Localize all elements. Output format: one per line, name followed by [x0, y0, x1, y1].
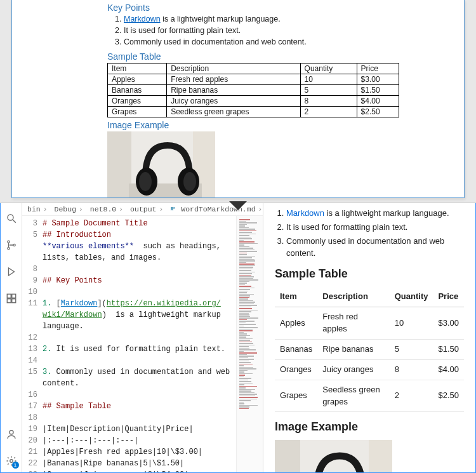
- list-item-text: is a lightweight markup language.: [161, 15, 281, 23]
- svg-marker-13: [8, 268, 14, 276]
- accounts-icon[interactable]: [5, 428, 18, 441]
- svg-rect-17: [11, 294, 15, 298]
- table-row: OrangesJuicy oranges8$4.00: [275, 359, 464, 380]
- table-row: ApplesFresh red apples10$3.00: [108, 74, 399, 84]
- table-row: BananasRipe bananas5$1.50: [108, 84, 399, 95]
- svg-rect-16: [11, 299, 15, 303]
- crumb-seg[interactable]: Debug: [55, 205, 77, 213]
- settings-gear-icon[interactable]: 1: [5, 455, 18, 467]
- run-debug-icon[interactable]: [5, 265, 18, 278]
- svg-point-7: [183, 172, 196, 191]
- code-area[interactable]: 35 891011 12131415 161718192021222324252…: [22, 216, 263, 472]
- svg-point-5: [139, 172, 152, 191]
- vscode-window: 1 bin› Debug› net8.0› output› WordToMark…: [0, 203, 476, 473]
- crumb-seg[interactable]: net8.0: [90, 205, 116, 213]
- svg-rect-15: [7, 299, 11, 303]
- editor-pane: bin› Debug› net8.0› output› WordToMarkdo…: [22, 203, 263, 472]
- headphones-image: [107, 131, 215, 198]
- svg-point-12: [13, 244, 15, 246]
- crumb-seg[interactable]: output: [130, 205, 156, 213]
- svg-point-8: [8, 215, 13, 220]
- breadcrumb[interactable]: bin› Debug› net8.0› output› WordToMarkdo…: [22, 203, 263, 216]
- search-icon[interactable]: [5, 212, 18, 225]
- svg-point-19: [10, 460, 13, 463]
- markdown-file-icon: [170, 206, 176, 212]
- list-item: Markdown is a lightweight markup languag…: [124, 14, 451, 25]
- svg-point-11: [7, 248, 9, 250]
- crumb-seg[interactable]: bin: [27, 205, 41, 213]
- th: Quantity: [300, 63, 357, 74]
- svg-point-18: [10, 430, 13, 434]
- svg-rect-1: [107, 131, 131, 198]
- activity-bar: 1: [1, 203, 22, 472]
- list-item: It is used for formatting plain text.: [124, 25, 451, 36]
- word-table: Item Description Quantity Price ApplesFr…: [107, 63, 399, 117]
- minimap[interactable]: [236, 216, 263, 472]
- list-item: It is used for formatting plain text.: [286, 222, 464, 234]
- table-header-row: Item Description Quantity Price: [275, 287, 464, 307]
- svg-rect-22: [275, 440, 300, 472]
- preview-heading-image-example: Image Example: [275, 418, 464, 435]
- keypoints-list: Markdown is a lightweight markup languag…: [124, 14, 451, 48]
- svg-point-10: [7, 241, 9, 243]
- preview-table: Item Description Quantity Price ApplesFr…: [275, 287, 464, 412]
- list-item: Markdown is a lightweight markup languag…: [286, 208, 464, 220]
- extensions-icon[interactable]: [5, 292, 18, 305]
- table-row: OrangesJuicy oranges8$4.00: [108, 95, 399, 106]
- preview-headphones-image: [275, 440, 392, 472]
- table-header-row: Item Description Quantity Price: [108, 63, 399, 74]
- word-document-pane: Key Points Markdown is a lightweight mar…: [0, 0, 476, 203]
- word-page: Key Points Markdown is a lightweight mar…: [11, 0, 465, 198]
- source-control-icon[interactable]: [5, 239, 18, 251]
- table-row: GrapesSeedless green grapes2$2.50: [108, 106, 399, 117]
- heading-image-example: Image Example: [107, 120, 451, 130]
- markdown-link[interactable]: Markdown: [124, 15, 161, 23]
- table-row: ApplesFresh red apples10$3.00: [275, 307, 464, 340]
- th: Price: [357, 63, 399, 74]
- heading-keypoints: Key Points: [107, 3, 451, 13]
- markdown-preview-pane: Markdown is a lightweight markup languag…: [263, 203, 475, 472]
- gear-badge: 1: [12, 462, 19, 469]
- preview-keypoints-list: Markdown is a lightweight markup languag…: [286, 208, 464, 259]
- arrow-down-icon: [229, 201, 247, 210]
- code-text[interactable]: # Sample Document Title## Introduction**…: [41, 216, 236, 472]
- list-item: Commonly used in documentation and web c…: [286, 236, 464, 260]
- svg-rect-23: [369, 440, 392, 472]
- table-row: GrapesSeedless green grapes2$2.50: [275, 380, 464, 412]
- th: Description: [167, 63, 300, 74]
- th: Item: [108, 63, 167, 74]
- markdown-link[interactable]: Markdown: [286, 208, 324, 218]
- svg-rect-14: [7, 294, 11, 298]
- list-item: Commonly used in documentation and web c…: [124, 37, 451, 48]
- line-number-gutter: 35 891011 12131415 161718192021222324252…: [22, 216, 41, 472]
- svg-line-9: [13, 220, 16, 223]
- preview-heading-sample-table: Sample Table: [275, 265, 464, 282]
- heading-sample-table: Sample Table: [107, 51, 451, 62]
- table-row: BananasRipe bananas5$1.50: [275, 340, 464, 360]
